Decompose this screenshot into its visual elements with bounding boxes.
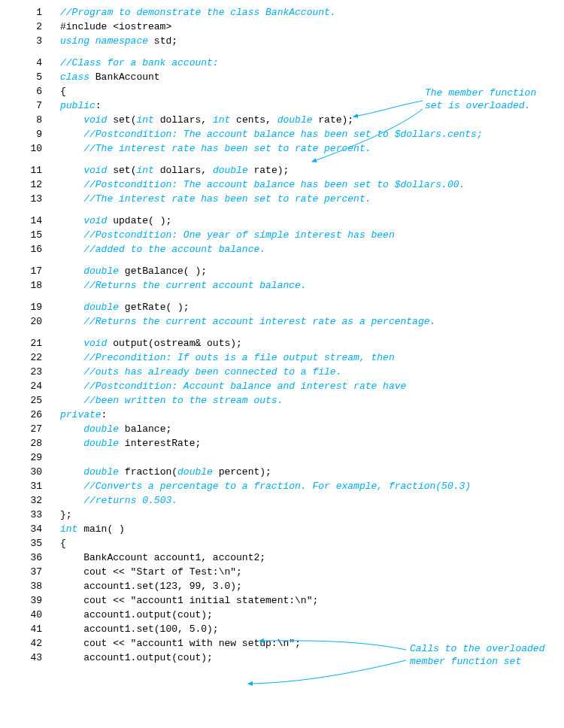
line-number: 24 bbox=[0, 381, 60, 391]
comment: //added to the account balance. bbox=[83, 244, 265, 255]
line-number: 37 bbox=[0, 567, 60, 577]
code-token bbox=[60, 316, 83, 327]
keyword: double bbox=[83, 423, 119, 435]
line-number: 17 bbox=[0, 266, 60, 276]
code-token bbox=[60, 215, 83, 226]
keyword: int bbox=[136, 114, 153, 126]
comment: //Converts a percentage to a fraction. F… bbox=[83, 481, 471, 492]
code-token bbox=[60, 438, 83, 449]
code-line: 22 //Precondition: If outs is a file out… bbox=[0, 353, 564, 367]
code-content: account1.set(100, 5.0); bbox=[60, 624, 219, 634]
line-number: 40 bbox=[0, 610, 60, 620]
code-content: cout << "account1 with new setup:\n"; bbox=[60, 639, 301, 648]
code-line: 41 account1.set(100, 5.0); bbox=[0, 624, 564, 639]
line-number: 14 bbox=[0, 216, 60, 226]
line-number: 10 bbox=[0, 144, 60, 153]
line-number: 7 bbox=[0, 101, 60, 111]
code-token: }; bbox=[60, 509, 72, 520]
keyword: void bbox=[83, 114, 107, 126]
line-number: 36 bbox=[0, 553, 60, 563]
annotation-text: The member function bbox=[425, 87, 536, 99]
comment: //Precondition: If outs is a file output… bbox=[83, 352, 394, 363]
line-number: 22 bbox=[0, 353, 60, 362]
annotation-text: Calls to the overloaded bbox=[410, 643, 544, 654]
code-token bbox=[60, 395, 83, 406]
comment: //been written to the stream outs. bbox=[83, 395, 283, 406]
code-token bbox=[60, 280, 83, 291]
line-number: 11 bbox=[0, 165, 60, 175]
code-page: 1//Program to demonstrate the class Bank… bbox=[0, 0, 564, 728]
code-content: private: bbox=[60, 410, 107, 420]
line-number: 35 bbox=[0, 538, 60, 548]
code-content: //Postcondition: The account balance has… bbox=[60, 129, 483, 139]
line-number: 4 bbox=[0, 58, 60, 68]
code-content: //Postcondition: Account balance and int… bbox=[60, 381, 406, 391]
comment: //outs has already been connected to a f… bbox=[83, 366, 341, 378]
code-token bbox=[60, 366, 83, 378]
code-line: 24 //Postcondition: Account balance and … bbox=[0, 381, 564, 396]
code-token: output(ostream& outs); bbox=[107, 338, 241, 349]
code-line: 38 account1.set(123, 99, 3.0); bbox=[0, 581, 564, 596]
line-number: 27 bbox=[0, 424, 60, 434]
code-token bbox=[60, 193, 83, 205]
line-number: 38 bbox=[0, 581, 60, 591]
code-token: getRate( ); bbox=[119, 302, 190, 313]
code-token: interestRate; bbox=[119, 438, 201, 449]
code-line: 40 account1.output(cout); bbox=[0, 610, 564, 624]
code-token: percent); bbox=[213, 466, 271, 478]
code-token: #include <iostream> bbox=[60, 21, 171, 32]
code-line: 31 //Converts a percentage to a fraction… bbox=[0, 481, 564, 496]
code-content: void set(int dollars, double rate); bbox=[60, 165, 289, 175]
line-number: 1 bbox=[0, 8, 60, 17]
comment: //Postcondition: Account balance and int… bbox=[83, 381, 406, 392]
code-content: double getBalance( ); bbox=[60, 266, 207, 276]
keyword: int bbox=[136, 165, 153, 176]
code-line: 5class BankAccount bbox=[0, 72, 564, 86]
code-content: public: bbox=[60, 101, 102, 111]
keyword: class bbox=[60, 71, 89, 83]
line-number: 31 bbox=[0, 481, 60, 491]
code-token bbox=[60, 466, 83, 478]
code-content: //Converts a percentage to a fraction. F… bbox=[60, 481, 471, 491]
code-token: account1.set(100, 5.0); bbox=[60, 623, 219, 635]
code-content: void output(ostream& outs); bbox=[60, 338, 242, 348]
code-content: //outs has already been connected to a f… bbox=[60, 367, 341, 377]
code-line: 2#include <iostream> bbox=[0, 22, 564, 36]
code-line: 27 double balance; bbox=[0, 424, 564, 438]
line-number: 33 bbox=[0, 510, 60, 520]
code-line: 15 //Postcondition: One year of simple i… bbox=[0, 230, 564, 244]
code-content: class BankAccount bbox=[60, 72, 160, 82]
line-number: 28 bbox=[0, 438, 60, 448]
code-token bbox=[60, 143, 83, 154]
line-number: 18 bbox=[0, 281, 60, 290]
code-token: account1.output(cout); bbox=[60, 652, 213, 663]
code-line: 11 void set(int dollars, double rate); bbox=[0, 165, 564, 180]
code-content: double balance; bbox=[60, 424, 171, 434]
code-line: 23 //outs has already been connected to … bbox=[0, 367, 564, 381]
code-token: dollars, bbox=[154, 165, 213, 176]
annotation-calls: Calls to the overloaded member function … bbox=[410, 643, 544, 669]
line-number: 25 bbox=[0, 396, 60, 405]
code-token: account1.output(cout); bbox=[60, 609, 213, 620]
code-line: 9 //Postcondition: The account balance h… bbox=[0, 129, 564, 144]
code-token: set( bbox=[107, 165, 136, 176]
code-line: 8 void set(int dollars, int cents, doubl… bbox=[0, 115, 564, 129]
line-number: 26 bbox=[0, 410, 60, 420]
code-line: 1//Program to demonstrate the class Bank… bbox=[0, 8, 564, 22]
keyword: using namespace bbox=[60, 35, 148, 47]
keyword: double bbox=[83, 265, 119, 277]
comment: //The interest rate has been set to rate… bbox=[83, 143, 371, 154]
code-token: cout << "account1 with new setup:\n"; bbox=[60, 638, 301, 649]
code-token bbox=[60, 481, 83, 492]
code-token: std; bbox=[148, 35, 177, 47]
keyword: private bbox=[60, 409, 102, 420]
code-token bbox=[60, 352, 83, 363]
code-line: 26private: bbox=[0, 410, 564, 424]
code-token: cout << "account1 initial statement:\n"; bbox=[60, 595, 318, 606]
code-token: set( bbox=[107, 114, 136, 126]
comment: //returns 0.503. bbox=[83, 495, 177, 506]
code-line: 37 cout << "Start of Test:\n"; bbox=[0, 567, 564, 581]
comment: //Postcondition: The account balance has… bbox=[83, 129, 483, 140]
code-token: main( ) bbox=[77, 523, 124, 535]
line-number: 9 bbox=[0, 129, 60, 139]
